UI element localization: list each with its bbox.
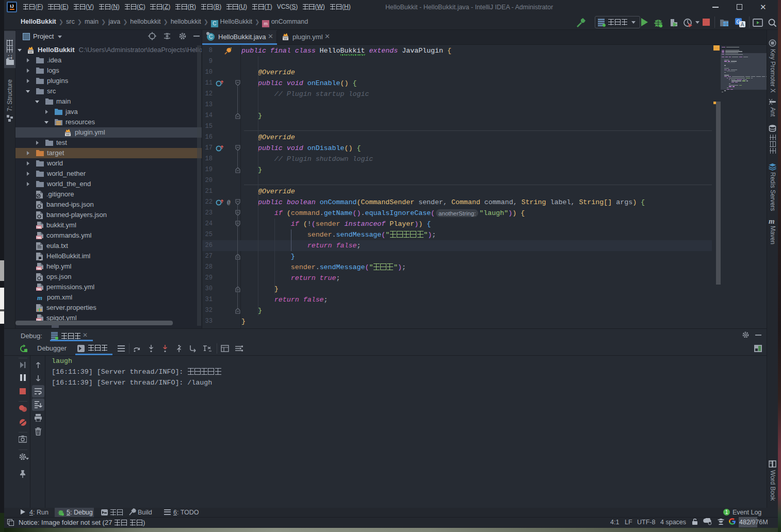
svg-text:YML: YML — [36, 225, 42, 228]
svg-text:YML: YML — [36, 267, 42, 270]
svg-text:@: @ — [227, 200, 231, 206]
svg-text:A: A — [741, 22, 744, 27]
svg-text:YML: YML — [36, 287, 42, 290]
svg-text:YML: YML — [36, 236, 42, 239]
svg-text:m: m — [37, 294, 42, 302]
